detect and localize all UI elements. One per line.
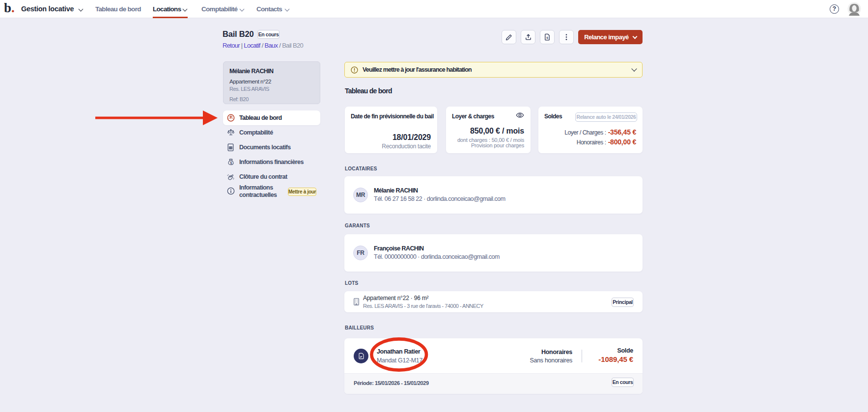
svg-text:$: $ <box>230 161 232 165</box>
svg-text:s: s <box>546 36 548 39</box>
